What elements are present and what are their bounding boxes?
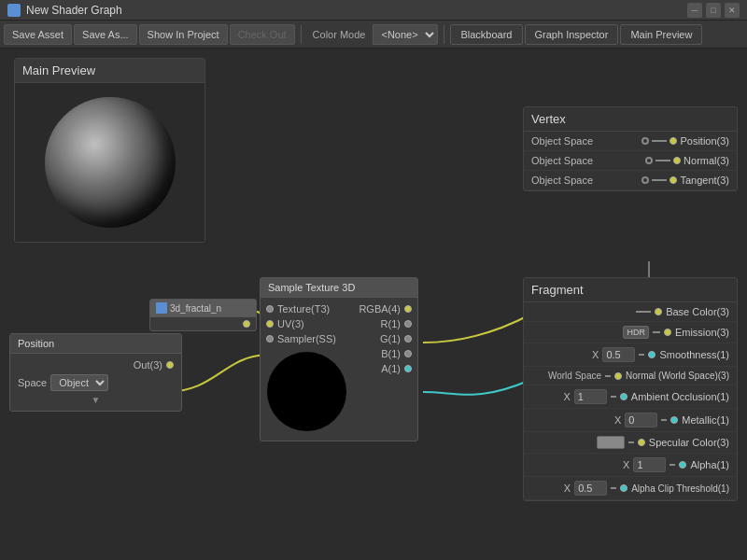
vertex-position-connector: Position(3)	[610, 135, 729, 147]
normal-ws-label: Normal (World Space)(3)	[626, 371, 729, 381]
graph-inspector-tab[interactable]: Graph Inspector	[525, 24, 619, 45]
normal-ws-wire	[605, 375, 611, 377]
specular-port[interactable]	[638, 439, 645, 446]
texture-file-out-port[interactable]	[243, 320, 250, 328]
texture-out-rgba: RGBA(4)	[353, 301, 417, 316]
color-mode-label: Color Mode	[307, 29, 372, 40]
vertex-tangent-out-port[interactable]	[669, 176, 677, 184]
normal-ws-port[interactable]	[614, 372, 622, 380]
alpha-clip-label: Alpha Clip Threshold(1)	[631, 483, 729, 494]
window-controls[interactable]: ─ □ ✕	[687, 3, 740, 18]
texture-label-rgba: RGBA(4)	[359, 303, 401, 315]
emission-port[interactable]	[664, 329, 671, 336]
texture-port-t3[interactable]	[266, 305, 274, 313]
node-position-body: Out(3) Space Object World ▼	[10, 354, 181, 411]
check-out-button[interactable]: Check Out	[230, 24, 295, 45]
metallic-wire	[661, 419, 667, 421]
preview-sphere	[45, 97, 176, 228]
specular-label: Specular Color(3)	[649, 437, 729, 448]
ao-label: Ambient Occlusion(1)	[631, 391, 729, 402]
main-preview-tab[interactable]: Main Preview	[620, 24, 702, 45]
texture-preview-circle	[267, 352, 346, 431]
fragment-row-alpha: X Alpha(1)	[524, 454, 737, 477]
alpha-clip-row-content: X Alpha Clip Threshold(1)	[531, 481, 729, 496]
texture-port-g[interactable]	[404, 335, 412, 343]
save-as-button[interactable]: Save As...	[74, 24, 137, 45]
specular-row-content: Specular Color(3)	[531, 436, 729, 449]
texture-port-ss[interactable]	[266, 335, 274, 343]
texture-port-rgba[interactable]	[404, 305, 412, 313]
alpha-port[interactable]	[679, 461, 686, 469]
smoothness-port[interactable]	[648, 351, 655, 358]
texture-port-b[interactable]	[404, 350, 412, 357]
vertex-normal-in-port[interactable]	[645, 157, 653, 164]
vertex-row-tangent: Object Space Tangent(3)	[524, 171, 737, 190]
texture-inputs: Texture(T3) UV(3) Sampler(SS)	[261, 298, 353, 441]
texture-port-uv[interactable]	[266, 320, 274, 328]
hdr-badge: HDR	[623, 326, 649, 339]
node-texture-file: 3d_fractal_n	[149, 299, 257, 331]
fragment-row-ao: X Ambient Occlusion(1)	[524, 385, 737, 409]
smoothness-row-content: X Smoothness(1)	[531, 347, 729, 362]
fragment-row-specular: Specular Color(3)	[524, 432, 737, 454]
metallic-x-label: X	[614, 414, 621, 426]
maximize-button[interactable]: □	[706, 3, 721, 18]
color-mode-select[interactable]: <None>	[373, 24, 438, 45]
alpha-input[interactable]	[633, 457, 666, 472]
close-button[interactable]: ✕	[725, 3, 740, 18]
basecolor-label: Base Color(3)	[666, 306, 729, 317]
vertex-normal-space: Object Space	[531, 155, 606, 166]
metallic-input[interactable]	[625, 413, 657, 427]
space-select[interactable]: Object World	[50, 374, 108, 391]
specular-wire	[628, 441, 634, 443]
vertex-tangent-connector: Tangent(3)	[610, 175, 729, 186]
alpha-clip-x-label: X	[564, 483, 571, 494]
vertex-position-in-port[interactable]	[641, 137, 649, 145]
alpha-clip-port[interactable]	[620, 484, 627, 492]
node-position-space: Space Object World	[18, 372, 174, 393]
texture-label-t3: Texture(T3)	[277, 303, 330, 315]
fragment-panel-title: Fragment	[524, 278, 737, 302]
vertex-panel-title: Vertex	[524, 107, 737, 132]
out-label: Out(3)	[134, 359, 162, 371]
save-asset-button[interactable]: Save Asset	[4, 24, 72, 45]
sample-texture-header: Sample Texture 3D	[261, 278, 417, 298]
vertex-position-out-port[interactable]	[669, 137, 677, 145]
alpha-clip-input[interactable]	[574, 481, 607, 496]
vertex-tangent-in-port[interactable]	[641, 176, 649, 184]
emission-wire	[653, 331, 660, 333]
app-icon	[7, 4, 21, 17]
basecolor-port[interactable]	[655, 308, 662, 315]
texture-port-a[interactable]	[404, 365, 412, 372]
window-title: New Shader Graph	[26, 4, 687, 17]
texture-label-b: B(1)	[381, 348, 401, 359]
smoothness-input[interactable]	[602, 347, 635, 362]
preview-panel-title: Main Preview	[15, 59, 204, 83]
separator-2	[444, 25, 444, 44]
alpha-x-label: X	[623, 459, 629, 470]
show-in-project-button[interactable]: Show In Project	[139, 24, 228, 45]
ao-x-label: X	[564, 391, 571, 402]
vertex-normal-out-port[interactable]	[673, 157, 681, 164]
smoothness-label: Smoothness(1)	[659, 349, 729, 360]
texture-input-texture: Texture(T3)	[261, 301, 353, 316]
basecolor-row-content: Base Color(3)	[531, 306, 729, 317]
separator-1	[301, 25, 302, 44]
specular-color-swatch[interactable]	[597, 436, 625, 449]
texture-file-out	[150, 317, 256, 330]
ao-input[interactable]	[574, 389, 607, 404]
vertex-tangent-label: Tangent(3)	[680, 175, 729, 186]
node-sample-texture-3d: Sample Texture 3D Texture(T3) UV(3) Samp…	[260, 277, 418, 441]
fragment-row-normal-ws: World Space Normal (World Space)(3)	[524, 367, 737, 385]
alpha-label: Alpha(1)	[690, 459, 729, 470]
position-chevron: ▼	[18, 393, 174, 407]
metallic-port[interactable]	[670, 416, 678, 424]
blackboard-tab[interactable]: Blackboard	[450, 24, 522, 45]
position-out-port[interactable]	[166, 361, 174, 369]
canvas-area[interactable]: Main Preview Position Out(3) Space Objec…	[0, 49, 747, 560]
ao-port[interactable]	[620, 393, 627, 400]
texture-port-r[interactable]	[404, 320, 412, 328]
minimize-button[interactable]: ─	[687, 3, 702, 18]
space-label: Space	[18, 377, 47, 388]
texture-out-g: G(1)	[353, 331, 417, 346]
